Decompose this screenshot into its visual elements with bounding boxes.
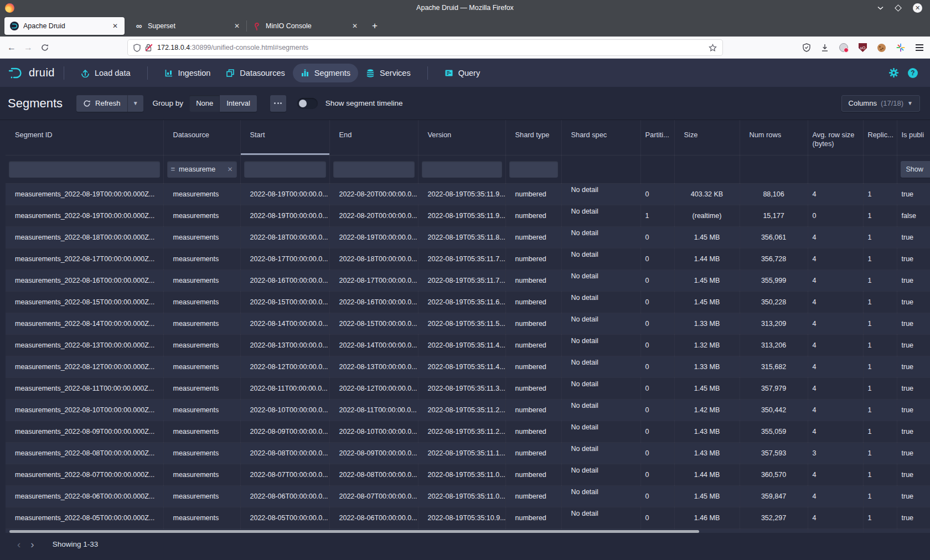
insecure-lock-icon[interactable] [145,44,153,51]
nav-item-ingestion[interactable]: Ingestion [157,64,219,82]
cell-shard_spec: No detail [561,356,640,377]
bookmark-star-icon[interactable] [709,44,717,52]
url-bar[interactable]: 172.18.0.4:30899/unified-console.html#se… [128,40,722,55]
cell-size: 403.32 KB [674,183,740,205]
nav-item-load-data[interactable]: Load data [73,64,138,82]
cookie-extension-icon[interactable] [877,44,886,52]
cell-version: 2022-08-19T05:35:11.2... [418,421,505,442]
refresh-dropdown-button[interactable]: ▼ [127,95,143,112]
back-button[interactable]: ← [3,43,20,53]
column-header-version[interactable]: Version [418,120,505,155]
cell-replication: 1 [863,248,897,269]
column-header-partition[interactable]: Partiti... [640,120,674,155]
version-filter-input[interactable] [422,161,502,178]
datasource-filter-chip[interactable]: =measureme✕ [167,161,237,178]
tab-close-icon[interactable]: ✕ [233,22,241,30]
group-by-label: Group by [153,99,184,107]
nav-item-datasources[interactable]: Datasources [218,64,292,82]
table-row[interactable]: measurements_2022-08-08T00:00:00.000Z...… [6,442,930,464]
cell-shard_type: numbered [505,269,561,291]
extension-icon[interactable] [839,43,848,52]
downloads-icon[interactable] [821,44,829,52]
table-row[interactable]: measurements_2022-08-10T00:00:00.000Z...… [6,399,930,421]
cell-version: 2022-08-19T05:35:11.6... [418,291,505,313]
settings-gear-icon[interactable] [888,68,899,78]
next-page-button[interactable]: › [25,539,39,550]
cell-size: 1.43 MB [674,421,740,442]
table-row[interactable]: measurements_2022-08-07T00:00:00.000Z...… [6,464,930,485]
cell-size: 1.45 MB [674,377,740,399]
more-options-button[interactable] [270,95,286,112]
table-row[interactable]: measurements_2022-08-05T00:00:00.000Z...… [6,507,930,528]
table-row[interactable]: measurements_2022-08-13T00:00:00.000Z...… [6,334,930,356]
table-row[interactable]: measurements_2022-08-18T00:00:00.000Z...… [6,226,930,248]
tracking-shield-icon[interactable] [133,44,141,52]
cell-is_published: true [897,421,930,442]
column-header-datasource[interactable]: Datasource [163,120,240,155]
cell-avg_row_size: 4 [808,507,863,528]
cell-id: measurements_2022-08-19T00:00:00.000Z... [6,183,163,205]
new-tab-button[interactable]: + [364,20,385,32]
nav-item-query[interactable]: Query [437,64,488,82]
help-icon[interactable]: ? [908,68,918,78]
column-header-id[interactable]: Segment ID [6,120,163,155]
column-header-shard_spec[interactable]: Shard spec [561,120,640,155]
columns-button[interactable]: Columns (17/18) ▼ [841,95,920,112]
forward-button[interactable]: → [20,43,37,53]
nav-item-services[interactable]: Services [358,64,418,82]
horizontal-scrollbar[interactable] [9,530,699,533]
shard_type-filter-input[interactable] [509,161,558,178]
druid-brand[interactable]: druid [8,66,55,79]
group-by-none-button[interactable]: None [189,95,220,112]
column-header-avg_row_size[interactable]: Avg. row size (bytes) [808,120,863,155]
table-row[interactable]: measurements_2022-08-15T00:00:00.000Z...… [6,291,930,313]
menu-icon[interactable] [916,44,923,50]
maximize-button[interactable] [896,6,901,11]
previous-page-button[interactable]: ‹ [12,539,25,550]
tab-superset[interactable]: ∞ Superset ✕ [129,17,246,35]
tab-close-icon[interactable]: ✕ [111,22,119,30]
clear-filter-icon[interactable]: ✕ [227,165,232,173]
cell-datasource: measurements [163,269,240,291]
tab-minio-console[interactable]: MinIO Console ✕ [247,17,364,35]
is-published-filter-button[interactable]: Show [901,161,930,178]
ublock-origin-icon[interactable]: uO [859,43,867,52]
table-row[interactable]: measurements_2022-08-19T00:00:00.000Z...… [6,183,930,205]
cell-end: 2022-08-10T00:00:00.0... [329,421,418,442]
table-row[interactable]: measurements_2022-08-19T00:00:00.000Z...… [6,205,930,226]
column-header-shard_type[interactable]: Shard type [505,120,561,155]
column-header-start[interactable]: Start [240,120,329,155]
close-button[interactable]: ✕ [913,3,922,13]
table-row[interactable]: measurements_2022-08-06T00:00:00.000Z...… [6,485,930,507]
segment-timeline-toggle[interactable] [297,98,318,109]
table-row[interactable]: measurements_2022-08-12T00:00:00.000Z...… [6,356,930,377]
nav-divider [64,66,64,80]
id-filter-input[interactable] [9,161,160,178]
table-row[interactable]: measurements_2022-08-16T00:00:00.000Z...… [6,269,930,291]
nav-item-segments[interactable]: Segments [293,64,358,82]
minio-favicon-icon [252,22,261,30]
table-row[interactable]: measurements_2022-08-09T00:00:00.000Z...… [6,421,930,442]
protections-shield-icon[interactable] [803,43,810,52]
multi-account-containers-icon[interactable] [896,43,905,52]
table-row[interactable]: measurements_2022-08-14T00:00:00.000Z...… [6,313,930,334]
refresh-button[interactable]: Refresh [76,95,127,112]
start-filter-input[interactable] [244,161,326,178]
reload-button[interactable] [37,44,53,51]
table-row[interactable]: measurements_2022-08-17T00:00:00.000Z...… [6,248,930,269]
tab-close-icon[interactable]: ✕ [351,22,359,30]
cell-is_published: true [897,291,930,313]
table-row[interactable]: measurements_2022-08-11T00:00:00.000Z...… [6,377,930,399]
column-header-replication[interactable]: Replic... [863,120,897,155]
group-by-interval-button[interactable]: Interval [220,95,257,112]
column-header-end[interactable]: End [329,120,418,155]
end-filter-input[interactable] [333,161,415,178]
minimize-button[interactable] [877,6,884,10]
cell-end: 2022-08-12T00:00:00.0... [329,377,418,399]
column-header-size[interactable]: Size [674,120,740,155]
cell-num_rows: 357,593 [740,442,808,464]
column-header-num_rows[interactable]: Num rows [740,120,808,155]
tab-apache-druid[interactable]: Apache Druid ✕ [4,17,125,35]
cell-size: 1.33 MB [674,356,740,377]
column-header-is_published[interactable]: Is publi [897,120,930,155]
